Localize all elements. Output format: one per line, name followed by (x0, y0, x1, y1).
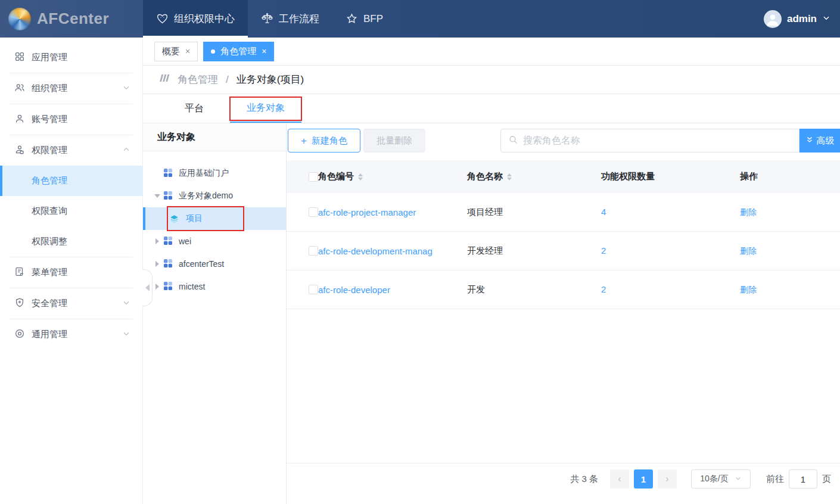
delete-link[interactable]: 删除 (740, 285, 757, 294)
close-icon[interactable]: × (262, 47, 266, 55)
logo-area: AFCenter (0, 0, 143, 38)
sidebar-item-label: 应用管理 (32, 52, 67, 63)
top-navbar: AFCenter 组织权限中心 工作流程 (0, 0, 840, 38)
table-row: afc-role-project-manager 项目经理 4 删除 (287, 193, 840, 232)
caret-down-icon[interactable] (151, 194, 163, 198)
column-header-permission-count: 功能权限数量 (601, 171, 655, 181)
delete-link[interactable]: 删除 (740, 246, 757, 256)
double-chevron-down-icon (805, 136, 814, 146)
shield-plus-icon (14, 297, 25, 310)
chevron-down-icon (122, 83, 130, 94)
avatar (764, 10, 782, 28)
tree-node-wei[interactable]: wei (143, 230, 286, 253)
delete-link[interactable]: 删除 (740, 207, 757, 217)
tab-label: 角色管理 (220, 46, 256, 57)
batch-delete-button[interactable]: 批量删除 (363, 129, 425, 153)
row-checkbox[interactable] (309, 285, 318, 294)
role-code-link[interactable]: afc-role-project-manager (318, 207, 416, 217)
tab-role-management[interactable]: 角色管理 × (203, 42, 274, 61)
sidebar-item-label: 安全管理 (32, 298, 67, 309)
tree-node-project[interactable]: 项目 (143, 207, 286, 230)
sidebar-item-general-management[interactable]: 通用管理 (0, 319, 142, 350)
tab-business-object[interactable]: 业务对象 (230, 94, 301, 123)
module-bfp[interactable]: BFP (332, 0, 396, 38)
sidebar-item-label: 菜单管理 (32, 267, 67, 278)
badge-icon (14, 144, 25, 157)
create-role-button[interactable]: + 新建角色 (288, 129, 360, 153)
module-workflow[interactable]: 工作流程 (248, 0, 332, 38)
sidebar-item-permission-adjust[interactable]: 权限调整 (0, 226, 142, 257)
sidebar-item-account-management[interactable]: 账号管理 (0, 104, 142, 135)
tree-node-app-base-portal[interactable]: 应用基础门户 (143, 162, 286, 185)
breadcrumb-separator: / (226, 74, 229, 86)
app-icon (163, 191, 173, 202)
role-code-link[interactable]: afc-role-development-manag (318, 246, 433, 256)
advanced-search-button[interactable]: 高级 (799, 129, 840, 153)
total-count: 共 3 条 (570, 474, 598, 485)
next-page-button[interactable]: › (658, 469, 677, 489)
tree-node-afcentertest[interactable]: afcenterTest (143, 253, 286, 275)
caret-right-icon[interactable] (151, 238, 163, 244)
module-label: BFP (363, 13, 383, 25)
panel-collapse-handle[interactable] (142, 269, 153, 306)
role-code-link[interactable]: afc-role-developer (318, 285, 390, 295)
chevron-down-icon (122, 329, 130, 340)
permission-count-link[interactable]: 2 (601, 245, 606, 256)
prev-page-button[interactable]: ‹ (610, 469, 629, 489)
sidebar-item-permission-query[interactable]: 权限查询 (0, 196, 142, 226)
sidebar-item-role-management[interactable]: 角色管理 (0, 166, 142, 196)
brand-name: AFCenter (37, 10, 109, 28)
sidebar-item-security-management[interactable]: 安全管理 (0, 288, 142, 319)
sidebar-item-app-management[interactable]: 应用管理 (0, 42, 142, 73)
username: admin (787, 13, 817, 25)
page-number-button[interactable]: 1 (634, 469, 653, 489)
module-label: 组织权限中心 (174, 12, 235, 26)
chevron-down-icon (822, 14, 830, 24)
sidebar-item-permission-management[interactable]: 权限管理 (0, 135, 142, 166)
row-checkbox[interactable] (309, 207, 318, 217)
column-header-role-name[interactable]: 角色名称 (467, 171, 503, 182)
goto-page-input[interactable] (789, 469, 817, 489)
chevron-down-icon (735, 474, 742, 484)
chevron-up-icon (122, 145, 130, 155)
column-header-role-code[interactable]: 角色编号 (318, 171, 354, 182)
pagination: 共 3 条 ‹ 1 › 10条/页 前往 页 (287, 463, 840, 494)
star-icon (346, 13, 358, 25)
tree-node-mictest[interactable]: mictest (143, 275, 286, 298)
row-checkbox[interactable] (309, 246, 318, 256)
search-input[interactable] (523, 135, 799, 146)
column-header-action: 操作 (740, 171, 758, 181)
caret-right-icon[interactable] (151, 261, 163, 267)
search-group: 高级 (500, 129, 840, 153)
select-all-checkbox[interactable] (309, 172, 318, 182)
tab-overview[interactable]: 概要 × (154, 42, 198, 61)
button-label: 批量删除 (377, 135, 412, 147)
tree-node-business-object-demo[interactable]: 业务对象demo (143, 185, 286, 207)
sort-icon[interactable] (358, 173, 363, 181)
close-icon[interactable]: × (185, 47, 190, 55)
app-icon (163, 259, 173, 270)
grid-icon (14, 51, 25, 64)
tree-node-label: 项目 (186, 213, 203, 224)
sidebar-item-label: 权限查询 (32, 206, 67, 217)
target-icon (14, 328, 25, 341)
sidebar-item-menu-management[interactable]: 菜单管理 (0, 257, 142, 288)
page-size-select[interactable]: 10条/页 (691, 469, 751, 489)
sidebar-item-label: 账号管理 (32, 114, 67, 125)
search-box (500, 129, 799, 153)
permission-count-link[interactable]: 4 (601, 207, 606, 217)
sort-icon[interactable] (507, 173, 512, 181)
breadcrumb-root[interactable]: 角色管理 (178, 73, 218, 86)
module-org-permission-center[interactable]: 组织权限中心 (143, 0, 248, 38)
caret-right-icon[interactable] (151, 284, 163, 290)
permission-count-link[interactable]: 2 (601, 284, 606, 294)
sidebar-item-org-management[interactable]: 组织管理 (0, 73, 142, 104)
people-icon (14, 82, 25, 95)
tree-panel-title: 业务对象 (143, 123, 286, 151)
view-tabbar: 平台 业务对象 (143, 94, 840, 123)
tab-platform[interactable]: 平台 (158, 94, 230, 123)
tree-node-label: 应用基础门户 (179, 168, 229, 179)
user-menu[interactable]: admin (764, 0, 840, 38)
role-table: 角色编号 角色名称 功能权限数量 操作 afc-role-project-man… (287, 160, 840, 504)
role-table-panel: + 新建角色 批量删除 (287, 123, 840, 504)
